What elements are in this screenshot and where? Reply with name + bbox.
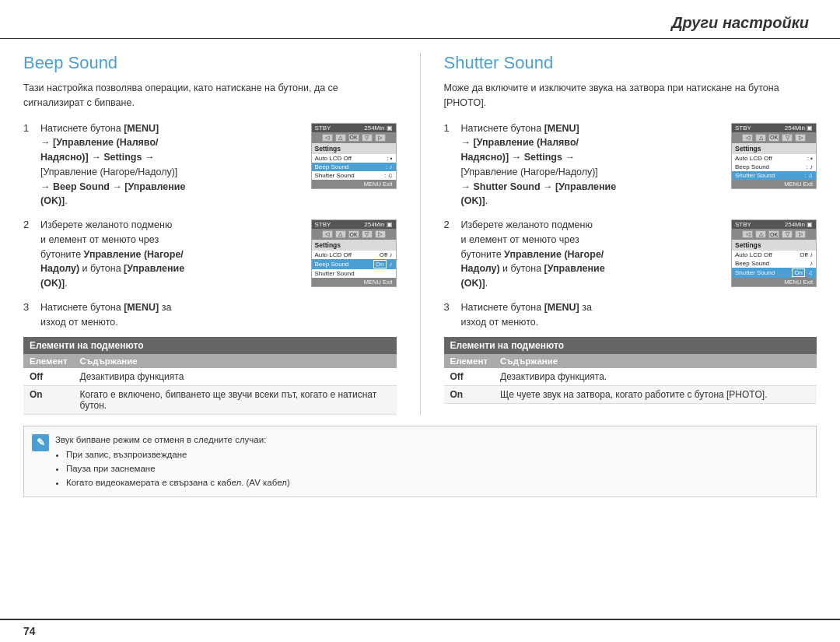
shutter-step-1: 1 Натиснете бутона [MENU] → [Управление … (444, 121, 817, 209)
shutter-sound-column: Shutter Sound Може да включите и изключи… (444, 53, 817, 415)
ctrl-right: ▷ (375, 134, 386, 142)
beep-step-1: 1 Натиснете бутона [MENU] → [Управление … (23, 121, 397, 209)
screen1-topbar-left: STBY (315, 125, 331, 132)
shutter-sound-title: Shutter Sound (444, 53, 817, 73)
beep-step-3: 3 Натиснете бутона [MENU] за изход от ме… (23, 300, 397, 330)
step-2-text: Изберете желаното подменю и елемент от м… (40, 218, 305, 291)
beep-sound-desc: Тази настройка позволява операции, като … (23, 81, 397, 111)
beep-screen-2: STBY 254Min ▣ ◁ △ OK ▽ ▷ Settings (311, 219, 397, 287)
note-box: ✎ Звук бипване режим се отменя в следнит… (23, 426, 817, 497)
note-text: Звук бипване режим се отменя в следните … (55, 433, 290, 490)
step-1-text: Натиснете бутона [MENU] → [Управление (Н… (40, 121, 305, 209)
shutter-screen-1: STBY 254Min ▣ ◁ △ OK ▽ ▷ Settings (731, 123, 817, 189)
page-number: 74 (23, 625, 36, 637)
ctrl-ok: OK (348, 134, 359, 142)
table-row: OffДезактивира функцията. (444, 368, 817, 386)
table-row: OnКогато е включено, бипването ще звучи … (23, 386, 397, 415)
ctrl-left: ◁ (322, 134, 333, 142)
page-footer: 74 (0, 619, 840, 642)
shutter-screen-2: STBY 254Min ▣ ◁ △ OK ▽ ▷ Settings (731, 219, 817, 287)
beep-elements-header: Елементи на подменюто (23, 337, 397, 354)
beep-elements-section: Елементи на подменюто Елемент Съдържание… (23, 337, 397, 415)
ctrl-up: △ (335, 134, 346, 142)
shutter-table-col2: Съдържание (494, 354, 817, 368)
beep-elements-table: Елемент Съдържание OffДезактивира функци… (23, 354, 397, 415)
beep-screen-1: STBY 254Min ▣ ◁ △ OK ▽ ▷ Settings (311, 123, 397, 189)
beep-sound-title: Beep Sound (23, 53, 397, 73)
ctrl-down: ▽ (362, 134, 373, 142)
shutter-table-col1: Елемент (444, 354, 495, 368)
shutter-elements-header: Елементи на подменюто (444, 337, 817, 354)
step-2-number: 2 (23, 219, 34, 230)
page-header: Други настройки (0, 0, 840, 39)
shutter-elements-section: Елементи на подменюто Елемент Съдържание… (444, 337, 817, 404)
step-1-number: 1 (23, 122, 34, 134)
column-divider (420, 53, 421, 415)
table-row: OffДезактивира функцията (23, 368, 397, 386)
header-title: Други настройки (671, 14, 809, 31)
shutter-elements-table: Елемент Съдържание OffДезактивира функци… (444, 354, 817, 404)
beep-sound-column: Beep Sound Тази настройка позволява опер… (23, 53, 397, 415)
beep-table-col1: Елемент (23, 354, 74, 368)
shutter-step-2: 2 Изберете желаното подменю и елемент от… (444, 218, 817, 291)
note-icon: ✎ (32, 434, 49, 451)
table-row: OnЩе чуете звук на затвора, когато работ… (444, 386, 817, 404)
shutter-step-3: 3 Натиснете бутона [MENU] за изход от ме… (444, 300, 817, 330)
beep-table-col2: Съдържание (74, 354, 397, 368)
beep-step-2: 2 Изберете желаното подменю и елемент от… (23, 218, 397, 291)
main-content: Beep Sound Тази настройка позволява опер… (0, 53, 840, 415)
shutter-sound-desc: Може да включите и изключите звука на за… (444, 81, 817, 111)
